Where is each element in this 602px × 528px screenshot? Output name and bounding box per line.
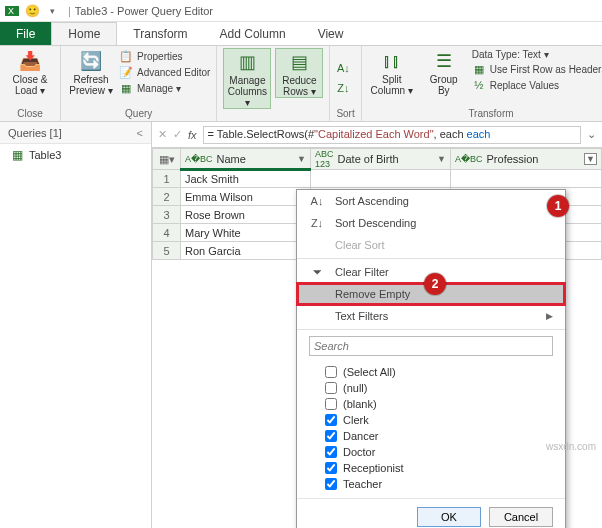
filter-search (309, 336, 553, 356)
group-transform: ⫿⫿ Split Column ▾ ☰ Group By Data Type: … (362, 46, 602, 121)
group-label-sort: Sort (336, 108, 354, 121)
clear-filter-icon: ⏷ (309, 266, 325, 278)
cancel-formula-icon[interactable]: ✕ (158, 128, 167, 141)
group-sort: A↓ Z↓ Sort (330, 46, 361, 121)
manage-icon: ▦ (119, 81, 133, 95)
properties-button[interactable]: 📋Properties (119, 48, 210, 64)
filter-check-clerk[interactable]: Clerk (325, 412, 553, 428)
sort-descending-item[interactable]: Z↓Sort Descending (297, 212, 565, 234)
filter-check-teacher[interactable]: Teacher (325, 476, 553, 492)
filter-values-list: (Select All) (null) (blank) Clerk Dancer… (297, 362, 565, 498)
headers-icon: ▦ (472, 62, 486, 76)
type-text-icon-2: A�B͏C (455, 154, 483, 164)
properties-icon: 📋 (119, 49, 133, 63)
sort-desc-icon: Z↓ (336, 81, 350, 95)
cancel-button[interactable]: Cancel (489, 507, 553, 527)
replace-values-button[interactable]: ½Replace Values (472, 77, 602, 93)
table-icon: ▦ (12, 148, 23, 162)
refresh-preview-button[interactable]: 🔄 Refresh Preview ▾ (67, 48, 115, 96)
column-header-dob[interactable]: ABC123 Date of Birth ▼ (311, 149, 451, 170)
separator (297, 329, 565, 330)
sort-asc-icon: A↓ (309, 195, 325, 207)
group-columns: ▥ Manage Columns ▾ ▤ Reduce Rows ▾ (217, 46, 330, 121)
queries-header[interactable]: Queries [1] < (0, 122, 151, 144)
fx-icon[interactable]: fx (188, 129, 197, 141)
filter-check-doctor[interactable]: Doctor (325, 444, 553, 460)
column-header-profession[interactable]: A�B͏C Profession ▼ (451, 149, 602, 170)
group-close: 📥 Close & Load ▾ Close (0, 46, 61, 121)
ribbon-tabs: File Home Transform Add Column View (0, 22, 602, 46)
column-header-name[interactable]: A�B͏C Name ▼ (181, 149, 311, 170)
advanced-editor-button[interactable]: 📝Advanced Editor (119, 64, 210, 80)
excel-icon: X (4, 3, 20, 19)
type-text-icon: A�B͏C (185, 154, 213, 164)
replace-icon: ½ (472, 78, 486, 92)
filter-footer: OK Cancel (297, 498, 565, 528)
filter-dropdown-profession[interactable]: ▼ (584, 153, 597, 165)
reduce-rows-button[interactable]: ▤ Reduce Rows ▾ (275, 48, 323, 98)
title-bar: X 🙂 ▾ | Table3 - Power Query Editor (0, 0, 602, 22)
refresh-icon: 🔄 (77, 50, 105, 74)
separator: | (68, 5, 71, 17)
group-query: 🔄 Refresh Preview ▾ 📋Properties 📝Advance… (61, 46, 217, 121)
callout-badge-1: 1 (547, 195, 569, 217)
filter-dropdown-dob[interactable]: ▼ (437, 154, 446, 164)
first-row-headers-button[interactable]: ▦Use First Row as Headers ▾ (472, 61, 602, 77)
tab-home[interactable]: Home (51, 22, 117, 45)
query-item-table3[interactable]: ▦ Table3 (0, 144, 151, 166)
sort-desc-button[interactable]: Z↓ (336, 80, 350, 96)
svg-text:X: X (8, 6, 14, 16)
advanced-editor-icon: 📝 (119, 65, 133, 79)
ribbon: 📥 Close & Load ▾ Close 🔄 Refresh Preview… (0, 46, 602, 122)
separator (297, 258, 565, 259)
submenu-arrow-icon: ▶ (546, 311, 553, 321)
sort-asc-button[interactable]: A↓ (336, 60, 350, 76)
filter-check-blank[interactable]: (blank) (325, 396, 553, 412)
callout-badge-2: 2 (424, 273, 446, 295)
filter-check-dancer[interactable]: Dancer (325, 428, 553, 444)
filter-popup: A↓Sort Ascending Z↓Sort Descending Clear… (296, 189, 566, 528)
close-load-icon: 📥 (16, 50, 44, 74)
close-load-button[interactable]: 📥 Close & Load ▾ (6, 48, 54, 96)
qat-dropdown-icon[interactable]: ▾ (44, 3, 60, 19)
sort-desc-icon: Z↓ (309, 217, 325, 229)
watermark: wsxdn.com (546, 441, 596, 452)
group-label-cols (223, 109, 323, 122)
filter-check-null[interactable]: (null) (325, 380, 553, 396)
filter-check-receptionist[interactable]: Receptionist (325, 460, 553, 476)
window-title: Table3 - Power Query Editor (75, 5, 213, 17)
table-row[interactable]: 1Jack Smith (153, 170, 602, 188)
formula-bar: ✕ ✓ fx = Table.SelectRows(#"Capitalized … (152, 122, 602, 148)
sort-ascending-item[interactable]: A↓Sort Ascending (297, 190, 565, 212)
filter-check-select-all[interactable]: (Select All) (325, 364, 553, 380)
reduce-rows-icon: ▤ (285, 51, 313, 75)
split-icon: ⫿⫿ (378, 50, 406, 74)
table-corner[interactable]: ▦▾ (153, 149, 181, 170)
group-by-button[interactable]: ☰ Group By (420, 48, 468, 96)
ok-button[interactable]: OK (417, 507, 481, 527)
collapse-icon[interactable]: < (137, 127, 143, 139)
filter-dropdown-name[interactable]: ▼ (297, 154, 306, 164)
tab-file[interactable]: File (0, 22, 51, 45)
data-type-button[interactable]: Data Type: Text ▾ (472, 48, 602, 61)
manage-columns-icon: ▥ (233, 51, 261, 75)
sort-asc-icon: A↓ (336, 61, 350, 75)
group-label-transform: Transform (368, 108, 602, 121)
type-any-icon: ABC123 (315, 149, 334, 169)
text-filters-item[interactable]: Text Filters▶ (297, 305, 565, 327)
clear-sort-item: Clear Sort (297, 234, 565, 256)
manage-button[interactable]: ▦Manage ▾ (119, 80, 210, 96)
split-column-button[interactable]: ⫿⫿ Split Column ▾ (368, 48, 416, 96)
expand-formula-icon[interactable]: ⌄ (587, 128, 596, 141)
tab-view[interactable]: View (302, 22, 360, 45)
group-label-query: Query (67, 108, 210, 121)
tab-add-column[interactable]: Add Column (204, 22, 302, 45)
manage-columns-button[interactable]: ▥ Manage Columns ▾ (223, 48, 271, 109)
filter-search-input[interactable] (309, 336, 553, 356)
emoji-icon[interactable]: 🙂 (24, 3, 40, 19)
tab-transform[interactable]: Transform (117, 22, 203, 45)
queries-pane: Queries [1] < ▦ Table3 (0, 122, 152, 528)
formula-input[interactable]: = Table.SelectRows(#"Capitalized Each Wo… (203, 126, 581, 144)
group-label-close: Close (6, 108, 54, 121)
accept-formula-icon[interactable]: ✓ (173, 128, 182, 141)
